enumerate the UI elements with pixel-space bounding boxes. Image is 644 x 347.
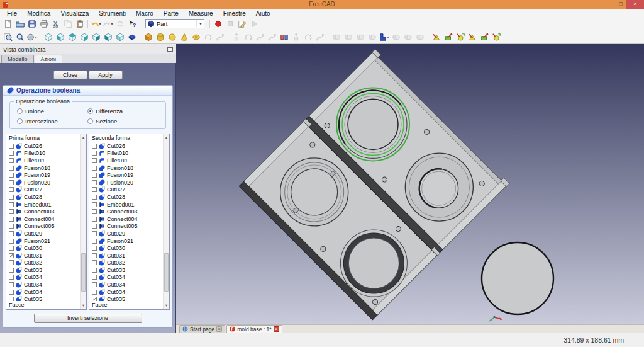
item-checkbox[interactable] (92, 173, 97, 178)
list-item[interactable]: Connect003 (89, 208, 162, 215)
item-checkbox[interactable] (9, 260, 14, 265)
list-item[interactable]: Cut034 (6, 288, 79, 296)
item-checkbox[interactable] (92, 158, 97, 163)
refine-shape-button[interactable] (466, 31, 478, 43)
list-item[interactable]: Cut032 (6, 259, 79, 267)
item-checkbox[interactable] (92, 268, 97, 273)
item-checkbox[interactable]: ✓ (92, 297, 97, 301)
item-checkbox[interactable] (9, 144, 14, 149)
item-checkbox[interactable] (92, 260, 97, 265)
list-item[interactable]: Fusion020 (6, 179, 79, 186)
item-checkbox[interactable] (9, 239, 14, 244)
tab-modello[interactable]: Modello (1, 55, 34, 63)
list-item[interactable]: Fusion018 (6, 164, 79, 172)
item-checkbox[interactable] (92, 209, 97, 214)
view-left-button[interactable] (114, 31, 126, 43)
list-item[interactable]: Cut034 (89, 274, 162, 282)
list-item[interactable]: Cut033 (6, 266, 79, 274)
list-item[interactable]: Fillet011 (6, 157, 79, 164)
menu-finestre[interactable]: Finestre (218, 9, 251, 18)
apply-task-button[interactable]: Apply (89, 71, 123, 79)
view-isometric-button[interactable] (42, 31, 54, 43)
list-item[interactable]: Connect005 (6, 223, 79, 230)
item-checkbox[interactable] (9, 180, 14, 185)
list-item[interactable]: Cut027 (6, 186, 79, 194)
item-checkbox[interactable] (92, 282, 97, 287)
list-item[interactable]: Fusion018 (89, 164, 162, 172)
macro-record-button[interactable] (212, 18, 224, 30)
list-item[interactable]: ✓Cut031 (6, 252, 79, 259)
item-checkbox[interactable] (92, 202, 97, 207)
paste-button[interactable] (74, 18, 86, 30)
list-item[interactable]: Cut034 (6, 274, 79, 282)
dropdown-arrow-icon[interactable]: ▾ (99, 21, 101, 26)
view-axonometric-button[interactable] (126, 31, 138, 43)
loose-cylinder[interactable] (482, 242, 553, 314)
part-cylinder-button[interactable] (154, 31, 166, 43)
close-button[interactable]: × (626, 0, 644, 9)
list-item[interactable]: Cut029 (6, 230, 79, 237)
view-front-button[interactable] (54, 31, 66, 43)
item-checkbox[interactable] (9, 202, 14, 207)
list-scrollbar[interactable]: ▲▼ (80, 134, 86, 309)
item-checkbox[interactable] (92, 166, 97, 171)
list-item[interactable]: Fusion019 (6, 171, 79, 179)
part-cone-button[interactable] (178, 31, 190, 43)
reverse-shapes-button[interactable] (490, 31, 502, 43)
item-checkbox[interactable] (9, 224, 14, 229)
item-checkbox[interactable] (92, 239, 97, 244)
menu-aiuto[interactable]: Aiuto (251, 9, 275, 18)
list-item[interactable]: Cut030 (89, 244, 162, 252)
mold-base-model[interactable] (238, 49, 509, 321)
item-checkbox[interactable] (9, 231, 14, 236)
item-checkbox[interactable] (9, 217, 14, 222)
document-tab-inactive[interactable]: Start page× (179, 325, 225, 333)
item-checkbox[interactable] (9, 268, 14, 273)
list-item[interactable]: ✓Cut035 (89, 295, 162, 301)
list-item[interactable]: Cut035 (6, 295, 79, 301)
item-checkbox[interactable] (9, 290, 14, 295)
menu-parte[interactable]: Parte (158, 9, 184, 18)
radio-dot[interactable] (87, 118, 93, 124)
cut-edit-button[interactable] (50, 18, 62, 30)
list-item[interactable]: Fusion021 (89, 237, 162, 245)
item-checkbox[interactable] (92, 224, 97, 229)
maximize-button[interactable]: □ (615, 0, 626, 9)
open-file-button[interactable] (14, 18, 26, 30)
dock-float-icon[interactable] (167, 47, 173, 52)
item-checkbox[interactable] (92, 144, 97, 149)
tab-close-icon[interactable]: × (274, 326, 279, 332)
list-item[interactable]: Fusion020 (89, 179, 162, 186)
list-item[interactable]: Cut034 (6, 281, 79, 288)
close-task-button[interactable]: Close (53, 71, 87, 79)
remove-hole-button[interactable] (454, 31, 466, 43)
list-item[interactable]: Cut034 (89, 281, 162, 288)
macro-edit-button[interactable] (236, 18, 248, 30)
list-footer-facce[interactable]: Facce (89, 301, 169, 309)
item-checkbox[interactable] (9, 275, 14, 280)
minimize-button[interactable]: – (604, 0, 615, 9)
draw-style-button[interactable]: ▾ (26, 31, 38, 43)
radio-dot[interactable] (17, 108, 23, 114)
radio-differenza[interactable]: Differenza (87, 108, 162, 115)
scroll-thumb[interactable] (81, 253, 86, 292)
item-checkbox[interactable] (9, 195, 14, 200)
tab-close-icon[interactable]: × (216, 326, 222, 332)
list-item[interactable]: Connect004 (6, 215, 79, 223)
undo-button[interactable]: ▾ (90, 18, 102, 30)
menu-macro[interactable]: Macro (131, 9, 158, 18)
list-item[interactable]: Embed001 (89, 201, 162, 208)
item-checkbox[interactable] (9, 166, 14, 171)
item-checkbox[interactable] (9, 246, 14, 251)
radio-dot[interactable] (87, 108, 93, 114)
list-item[interactable]: Embed001 (6, 201, 79, 208)
item-checkbox[interactable] (92, 290, 97, 295)
item-checkbox[interactable] (9, 282, 14, 287)
document-tab-active[interactable]: mold base : 1*× (226, 325, 282, 333)
view-bottom-button[interactable] (102, 31, 114, 43)
3d-scene[interactable] (176, 44, 644, 324)
menu-measure[interactable]: Measure (184, 9, 218, 18)
mirror-button[interactable] (278, 31, 290, 43)
list-scrollbar[interactable]: ▲▼ (163, 134, 169, 309)
3d-viewport[interactable] (176, 44, 644, 324)
